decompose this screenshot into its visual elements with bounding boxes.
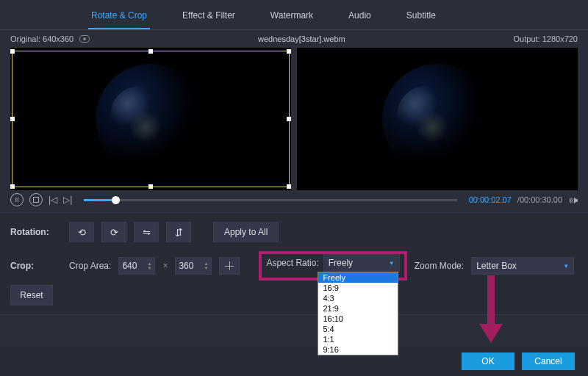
time-total: /00:00:30.00	[517, 195, 562, 204]
next-frame-icon[interactable]: ▷|	[63, 195, 72, 205]
preview-output	[297, 48, 578, 190]
cancel-button[interactable]: Cancel	[522, 352, 575, 370]
tab-watermark[interactable]: Watermark	[268, 6, 316, 29]
tab-rotate-crop[interactable]: Rotate & Crop	[88, 6, 150, 29]
preview-original[interactable]	[10, 48, 291, 190]
tab-subtitle[interactable]: Subtitle	[404, 6, 439, 29]
aspect-ratio-select[interactable]: Freely▼	[323, 254, 400, 272]
stop-icon[interactable]	[29, 193, 43, 206]
aspect-ratio-highlight: Aspect Ratio: Freely▼ Freely 16:9 4:3 21…	[259, 251, 406, 281]
playback-controls: II |◁ ▷| 00:00:02.07/00:00:30.00 🕪	[0, 190, 588, 212]
seek-bar[interactable]	[84, 199, 456, 201]
original-size: Original: 640x360	[10, 35, 74, 43]
multiply-icon: ×	[162, 261, 168, 271]
tab-effect-filter[interactable]: Effect & Filter	[179, 6, 238, 29]
reset-button[interactable]: Reset	[10, 285, 53, 306]
aspect-ratio-label: Aspect Ratio:	[266, 258, 318, 268]
rotate-right-button[interactable]: ⟳	[101, 222, 126, 242]
prev-frame-icon[interactable]: |◁	[49, 195, 57, 205]
crop-box[interactable]	[12, 51, 290, 187]
chevron-down-icon: ▼	[389, 260, 395, 267]
aspect-option[interactable]: 1:1	[318, 334, 398, 344]
aspect-option[interactable]: 21:9	[318, 303, 398, 314]
aspect-option[interactable]: 9:16	[318, 344, 398, 355]
rotation-label: Rotation:	[10, 227, 62, 237]
flip-vertical-button[interactable]: ⇵	[166, 222, 191, 242]
apply-all-button[interactable]: Apply to All	[213, 222, 279, 242]
crop-handle[interactable]	[287, 117, 291, 121]
tab-bar: Rotate & Crop Effect & Filter Watermark …	[0, 0, 588, 30]
flip-horizontal-button[interactable]: ⇋	[134, 222, 159, 242]
ok-button[interactable]: OK	[462, 352, 514, 370]
output-size: Output: 1280x720	[514, 35, 578, 43]
crop-height-input[interactable]: 360▲▼	[175, 257, 212, 275]
aspect-option[interactable]: 16:10	[318, 314, 398, 324]
crop-handle[interactable]	[10, 117, 15, 121]
zoom-mode-label: Zoom Mode:	[415, 261, 464, 271]
aspect-option[interactable]: 4:3	[318, 293, 398, 303]
settings-panel: Rotation: ⟲ ⟳ ⇋ ⇵ Apply to All Crop: Cro…	[0, 212, 588, 315]
crop-handle[interactable]	[287, 184, 291, 189]
info-row: Original: 640x360 wednesday[3star].webm …	[0, 30, 588, 48]
rotate-left-button[interactable]: ⟲	[69, 222, 94, 242]
aspect-option[interactable]: 5:4	[318, 324, 398, 334]
eye-icon[interactable]	[79, 35, 90, 43]
seek-thumb[interactable]	[112, 196, 120, 204]
crop-handle[interactable]	[10, 184, 15, 189]
chevron-down-icon: ▼	[563, 263, 569, 270]
aspect-option[interactable]: 16:9	[318, 283, 398, 293]
center-crop-button[interactable]	[219, 257, 240, 275]
earth-image	[382, 64, 492, 174]
aspect-ratio-dropdown: Freely 16:9 4:3 21:9 16:10 5:4 1:1 9:16	[318, 272, 398, 355]
aspect-option[interactable]: Freely	[318, 272, 398, 283]
time-current: 00:00:02.07	[469, 195, 512, 204]
zoom-mode-select[interactable]: Letter Box▼	[471, 257, 574, 275]
crop-handle[interactable]	[10, 49, 15, 54]
crop-label: Crop:	[10, 261, 62, 271]
crop-handle[interactable]	[148, 184, 153, 189]
crop-handle[interactable]	[287, 49, 291, 54]
crop-width-input[interactable]: 640▲▼	[118, 257, 155, 275]
volume-icon[interactable]: 🕪	[568, 195, 578, 206]
filename: wednesday[3star].webm	[90, 35, 513, 43]
crop-area-label: Crop Area:	[69, 261, 111, 271]
crop-handle[interactable]	[148, 49, 153, 54]
tab-audio[interactable]: Audio	[345, 6, 374, 29]
pause-icon[interactable]: II	[10, 193, 24, 206]
footer: OK Cancel	[0, 347, 588, 376]
